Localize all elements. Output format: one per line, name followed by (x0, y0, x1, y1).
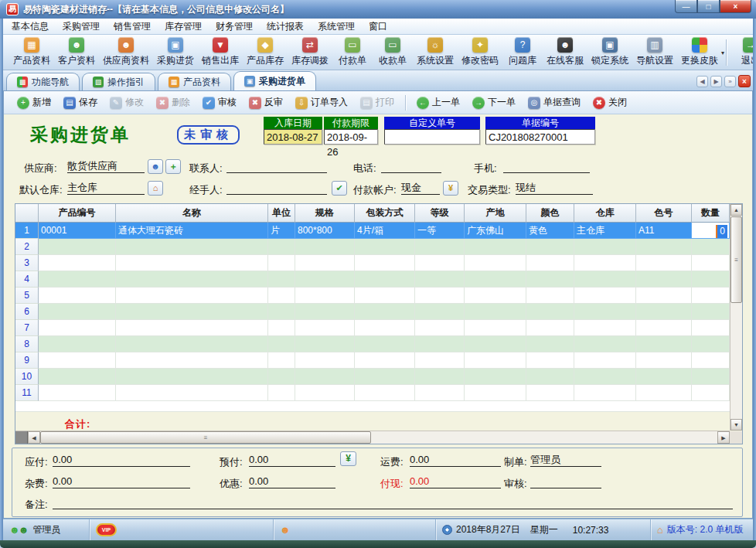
account-select-button[interactable]: ¥ (443, 181, 458, 196)
cell-unit[interactable] (268, 255, 295, 271)
cell-color[interactable] (526, 255, 574, 271)
quantity-input[interactable]: 0 (716, 225, 727, 238)
toolbar-product-data-button[interactable]: ▦产品资料 (9, 36, 54, 69)
cell-grade[interactable] (415, 336, 465, 352)
scroll-up-arrow[interactable]: ▲ (730, 204, 742, 216)
cell-packing[interactable] (355, 336, 415, 352)
column-header-color-no[interactable]: 色号 (636, 204, 692, 223)
table-row[interactable]: 4 (15, 271, 742, 288)
cell-unit[interactable] (268, 336, 295, 352)
cell-quantity[interactable] (692, 239, 730, 255)
cell-unit[interactable]: 片 (268, 223, 295, 239)
table-row[interactable]: 5 (15, 288, 742, 304)
handler-field[interactable] (226, 182, 327, 195)
cell-warehouse[interactable] (574, 320, 636, 336)
misc-fee-field[interactable]: 0.00 (53, 475, 190, 488)
cell-packing[interactable] (355, 271, 415, 288)
table-row[interactable]: 10 (15, 369, 742, 385)
cell-origin[interactable] (465, 239, 526, 255)
cell-product-code[interactable] (39, 271, 116, 288)
cell-color[interactable] (526, 288, 574, 304)
cell-spec[interactable] (295, 304, 355, 320)
order-import-button[interactable]: ⇩订单导入 (290, 94, 353, 111)
cell-color[interactable] (526, 352, 574, 369)
column-header-quantity[interactable]: 数量 (692, 204, 730, 223)
toolbar-payment-bill-button[interactable]: ▭付款单 (332, 36, 373, 69)
cell-color-no[interactable] (636, 320, 692, 336)
toolbar-customer-data-button[interactable]: ☻客户资料 (54, 36, 99, 69)
add-button[interactable]: +新增 (12, 94, 56, 111)
cell-quantity[interactable] (692, 288, 730, 304)
cell-name[interactable] (116, 255, 268, 271)
cell-origin[interactable] (465, 352, 526, 369)
cell-color-no[interactable] (636, 288, 692, 304)
cell-grade[interactable] (415, 320, 465, 336)
scroll-down-arrow[interactable]: ▼ (730, 419, 742, 431)
cell-color[interactable] (526, 304, 574, 320)
cell-packing[interactable] (355, 239, 415, 255)
cell-color[interactable] (526, 336, 574, 352)
cell-color[interactable] (526, 239, 574, 255)
cell-color-no[interactable] (636, 369, 692, 385)
column-header-grade[interactable]: 等级 (415, 204, 465, 223)
cell-color[interactable] (526, 271, 574, 288)
menu-item-system-mgmt[interactable]: 系统管理 (311, 19, 362, 35)
tab-product-data[interactable]: ▦产品资料 (158, 73, 231, 90)
cell-grade[interactable] (415, 288, 465, 304)
table-row[interactable]: 3 (15, 255, 742, 271)
cell-unit[interactable] (268, 239, 295, 255)
column-header-unit[interactable]: 单位 (268, 204, 295, 223)
cell-origin[interactable]: 广东佛山 (465, 223, 526, 239)
cell-spec[interactable] (295, 255, 355, 271)
cell-warehouse[interactable] (574, 369, 636, 385)
warehouse-field[interactable]: 主仓库 (67, 182, 145, 195)
menu-item-statistics-report[interactable]: 统计报表 (260, 19, 311, 35)
cell-color[interactable] (526, 385, 574, 401)
cell-origin[interactable] (465, 304, 526, 320)
toolbar-supplier-data-button[interactable]: ☻供应商资料 (99, 36, 153, 69)
cell-packing[interactable] (355, 352, 415, 369)
inbound-date-value[interactable]: 2018-08-27 (264, 129, 322, 145)
cell-unit[interactable] (268, 385, 295, 401)
cell-quantity[interactable]: 0 (692, 223, 730, 239)
cell-name[interactable] (116, 336, 268, 352)
cell-quantity[interactable] (692, 320, 730, 336)
vscroll-thumb[interactable]: ≡ (730, 216, 742, 303)
cell-warehouse[interactable] (574, 288, 636, 304)
cell-color-no[interactable] (636, 255, 692, 271)
column-header-packing[interactable]: 包装方式 (355, 204, 415, 223)
cell-origin[interactable] (465, 255, 526, 271)
cell-warehouse[interactable] (574, 255, 636, 271)
cell-product-code[interactable] (39, 288, 116, 304)
cell-name[interactable] (116, 385, 268, 401)
table-row[interactable]: 7 (15, 320, 742, 336)
column-header-color[interactable]: 颜色 (526, 204, 574, 223)
cell-product-code[interactable] (39, 239, 116, 255)
cell-product-code[interactable] (39, 336, 116, 352)
menu-item-sales-mgmt[interactable]: 销售管理 (107, 19, 158, 35)
table-row[interactable]: 8 (15, 336, 742, 352)
freight-field[interactable]: 0.00 (410, 454, 501, 467)
cell-spec[interactable] (295, 271, 355, 288)
warehouse-select-button[interactable]: ⌂ (148, 181, 163, 196)
payment-account-field[interactable]: 现金 (401, 182, 440, 195)
cell-grade[interactable] (415, 369, 465, 385)
cell-grade[interactable] (415, 255, 465, 271)
vertical-scrollbar[interactable]: ▲ ≡ ▼ (730, 204, 742, 431)
supplier-field[interactable]: 散货供应商 (67, 160, 145, 173)
table-row[interactable]: 100001通体大理石瓷砖片800*8004片/箱一等广东佛山黄色主仓库A110 (15, 223, 742, 239)
cell-grade[interactable] (415, 385, 465, 401)
toolbar-stock-transfer-button[interactable]: ⇄库存调拨 (288, 36, 332, 69)
remark-field[interactable] (53, 496, 733, 509)
handler-select-button[interactable]: ✔ (332, 181, 347, 196)
custom-no-value[interactable] (384, 129, 480, 145)
hscroll-track[interactable] (371, 431, 717, 444)
hscroll-thumb[interactable]: ≡ (40, 431, 371, 444)
cell-quantity[interactable] (692, 352, 730, 369)
cell-color[interactable]: 黄色 (526, 223, 574, 239)
cell-warehouse[interactable] (574, 304, 636, 320)
supplier-select-button[interactable]: ☻ (148, 159, 163, 174)
minimize-button[interactable]: — (675, 0, 697, 13)
payable-field[interactable]: 0.00 (53, 454, 190, 467)
cell-name[interactable] (116, 288, 268, 304)
